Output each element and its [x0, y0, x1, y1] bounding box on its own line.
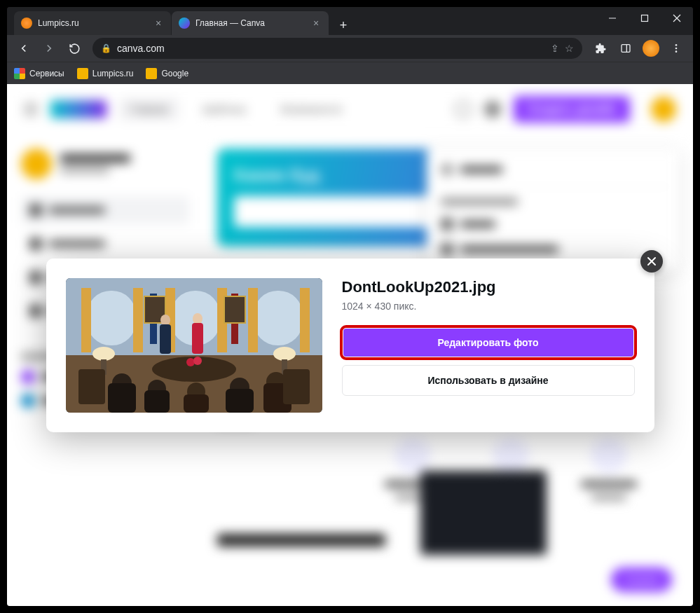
bookmark-star-icon[interactable]: ☆	[565, 43, 574, 54]
svg-rect-36	[108, 383, 136, 413]
extensions-icon[interactable]	[589, 37, 612, 60]
tab-lumpics[interactable]: Lumpics.ru ×	[14, 11, 171, 35]
bookmark-lumpics[interactable]: Lumpics.ru	[77, 68, 134, 79]
svg-rect-15	[254, 291, 303, 345]
svg-point-6	[675, 44, 678, 46]
svg-rect-46	[283, 369, 310, 404]
new-tab-button[interactable]: +	[334, 15, 353, 35]
edit-photo-button[interactable]: Редактировать фото	[342, 327, 635, 358]
address-bar[interactable]: 🔒 canva.com ⇪ ☆	[92, 38, 582, 59]
svg-rect-13	[87, 291, 136, 345]
upload-preview-modal: DontLookUp2021.jpg 1024 × 430 пикс. Реда…	[46, 259, 654, 432]
bookmark-services[interactable]: Сервисы	[14, 68, 64, 79]
profile-avatar[interactable]	[640, 37, 662, 60]
menu-icon[interactable]	[665, 37, 687, 60]
svg-rect-1	[642, 15, 648, 22]
tab-strip: Lumpics.ru × Главная — Canva × +	[7, 7, 596, 35]
file-dimensions: 1024 × 430 пикс.	[342, 301, 635, 312]
bookmark-label: Lumpics.ru	[92, 69, 134, 78]
svg-rect-4	[622, 45, 630, 53]
sidepanel-icon[interactable]	[615, 37, 637, 60]
bookmark-label: Сервисы	[29, 69, 64, 78]
tab-canva[interactable]: Главная — Canva ×	[172, 11, 329, 35]
modal-overlay: DontLookUp2021.jpg 1024 × 430 пикс. Реда…	[7, 84, 693, 606]
svg-rect-40	[184, 394, 209, 413]
browser-toolbar: 🔒 canva.com ⇪ ☆	[7, 35, 693, 62]
folder-icon	[77, 68, 88, 79]
tab-title: Главная — Canva	[195, 18, 310, 28]
close-icon[interactable]: ×	[310, 18, 322, 29]
share-icon[interactable]: ⇪	[551, 43, 559, 54]
favicon-canva	[179, 18, 190, 29]
svg-rect-34	[192, 323, 203, 354]
svg-rect-21	[300, 288, 310, 352]
svg-rect-42	[226, 389, 254, 413]
window-close-button[interactable]	[661, 7, 693, 29]
tab-title: Lumpics.ru	[38, 18, 153, 28]
page-content: Главная Шаблоны Возможности Создать диза…	[7, 84, 693, 606]
close-icon[interactable]: ×	[153, 18, 164, 29]
folder-icon	[146, 68, 157, 79]
bookmark-google[interactable]: Google	[146, 68, 188, 79]
file-name: DontLookUp2021.jpg	[342, 278, 635, 296]
modal-info: DontLookUp2021.jpg 1024 × 430 пикс. Реда…	[342, 278, 635, 413]
svg-point-33	[193, 313, 203, 324]
apps-icon	[14, 68, 25, 79]
svg-point-27	[92, 347, 115, 361]
lock-icon: 🔒	[101, 43, 111, 53]
svg-rect-38	[144, 390, 170, 413]
svg-point-7	[675, 48, 678, 50]
bookmarks-bar: Сервисы Lumpics.ru Google	[7, 62, 693, 84]
svg-rect-16	[81, 288, 91, 352]
svg-rect-20	[248, 288, 258, 352]
forward-button[interactable]	[38, 37, 60, 60]
svg-point-8	[675, 50, 678, 53]
reload-button[interactable]	[63, 37, 85, 60]
svg-rect-17	[133, 288, 143, 352]
maximize-button[interactable]	[629, 7, 661, 29]
svg-rect-45	[78, 369, 105, 404]
browser-titlebar: Lumpics.ru × Главная — Canva × +	[7, 7, 693, 35]
svg-rect-32	[160, 324, 171, 354]
svg-point-29	[273, 347, 296, 361]
svg-rect-25	[224, 296, 245, 323]
image-preview	[66, 278, 322, 413]
back-button[interactable]	[13, 37, 35, 60]
use-in-design-button[interactable]: Использовать в дизайне	[342, 365, 635, 396]
bookmark-label: Google	[161, 69, 188, 78]
svg-point-47	[186, 358, 195, 366]
minimize-button[interactable]	[596, 7, 629, 29]
favicon-lumpics	[21, 18, 32, 29]
svg-point-48	[193, 357, 202, 365]
modal-close-button[interactable]	[640, 250, 663, 273]
window-controls	[596, 7, 693, 35]
svg-point-31	[160, 315, 170, 326]
url-text: canva.com	[117, 43, 545, 54]
